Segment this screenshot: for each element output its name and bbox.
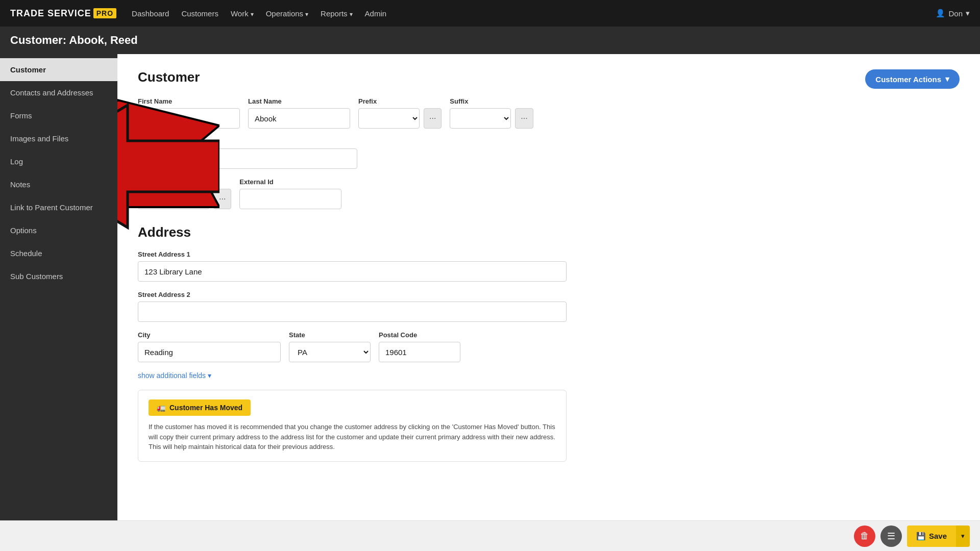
city-group: City [138,331,281,362]
street2-label: Street Address 2 [138,291,567,298]
sidebar-item-notes[interactable]: Notes [0,173,117,196]
truck-icon: 🚛 [157,404,165,412]
street2-input[interactable] [138,302,567,322]
user-icon: 👤 [936,9,945,18]
suffix-more-button[interactable]: ··· [515,108,533,129]
state-select[interactable]: PA [289,342,371,362]
city-state-postal-row: City State PA Postal Code [138,331,960,362]
list-button[interactable]: ☰ [880,525,902,547]
main-layout: Customer Contacts and Addresses Forms Im… [0,54,980,551]
customer-section-title: Customer [138,69,960,85]
company-name-input[interactable] [138,148,357,169]
nav-work[interactable]: Work [231,9,254,18]
logo: TRADE SERVICE PRO [10,8,116,19]
sidebar: Customer Contacts and Addresses Forms Im… [0,54,117,551]
user-name: Don [948,9,963,18]
city-input[interactable] [138,342,281,362]
suffix-select-group: ··· [450,108,533,129]
nav-user[interactable]: 👤 Don ▾ [936,9,970,18]
name-row: First Name Last Name Prefix ··· Suffix [138,97,960,129]
save-label: Save [929,532,947,540]
save-caret-icon: ▾ [961,532,965,540]
sidebar-item-link-parent[interactable]: Link to Parent Customer [0,196,117,219]
prefix-label: Prefix [358,97,442,105]
nav-customers[interactable]: Customers [181,9,218,18]
show-additional-caret-icon: ▾ [208,371,211,380]
sidebar-item-log[interactable]: Log [0,150,117,173]
moved-btn-label: Customer Has Moved [169,404,242,412]
customer-actions-button[interactable]: Customer Actions ▾ [865,69,960,89]
nav-operations-caret [305,9,308,18]
external-id-input[interactable] [239,189,341,209]
street1-group: Street Address 1 [138,251,567,282]
moved-box: 🚛 Customer Has Moved If the customer has… [138,390,567,462]
first-name-label: First Name [138,97,240,105]
suffix-select[interactable] [450,108,511,129]
address-section-title: Address [138,224,960,240]
page-title: Customer: Abook, Reed [10,34,138,46]
nav-admin[interactable]: Admin [365,9,387,18]
extid-row: ··· External Id [138,178,960,209]
postal-label: Postal Code [379,331,460,339]
external-id-label: External Id [239,178,341,186]
city-label: City [138,331,281,339]
suffix-label: Suffix [450,97,533,105]
last-name-group: Last Name [248,97,350,129]
company-group: Company Name [138,138,357,169]
page-title-bar: Customer: Abook, Reed [0,27,980,54]
bottom-toolbar: 🗑 ☰ 💾 Save ▾ [0,520,980,551]
user-caret-icon: ▾ [966,9,970,18]
delete-button[interactable]: 🗑 [854,525,875,547]
moved-description: If the customer has moved it is recommen… [149,422,556,452]
nav-reports-caret [350,9,353,18]
save-group: 💾 Save ▾ [907,525,970,547]
last-name-input[interactable] [248,108,350,129]
nav-operations[interactable]: Operations [266,9,308,18]
nav-work-caret [251,9,254,18]
first-name-input[interactable] [138,108,240,129]
prefix-select-group: ··· [358,108,442,129]
top-nav: TRADE SERVICE PRO Dashboard Customers Wo… [0,0,980,27]
first-name-group: First Name [138,97,240,129]
sidebar-item-images[interactable]: Images and Files [0,127,117,150]
external-id-group: External Id [239,178,341,209]
save-icon: 💾 [916,532,926,541]
address-section: Address Street Address 1 Street Address … [138,224,960,462]
save-dropdown-button[interactable]: ▾ [956,525,970,547]
sidebar-item-schedule[interactable]: Schedule [0,242,117,265]
nav-reports[interactable]: Reports [321,9,353,18]
nav-links: Dashboard Customers Work Operations Repo… [132,9,920,18]
sidebar-item-sub-customers[interactable]: Sub Customers [0,265,117,288]
state-label: State [289,331,371,339]
show-additional-button[interactable]: show additional fields ▾ [138,371,211,380]
delete-icon: 🗑 [860,531,869,541]
prefix-group: Prefix ··· [358,97,442,129]
save-button[interactable]: 💾 Save [907,525,956,547]
nav-dashboard[interactable]: Dashboard [132,9,169,18]
company-name-label: Company Name [138,138,357,145]
logo-text: TRADE SERVICE [10,8,91,19]
postal-input[interactable] [379,342,460,362]
last-name-label: Last Name [248,97,350,105]
prefix-select[interactable] [358,108,420,129]
sidebar-item-forms[interactable]: Forms [0,104,117,127]
company-row: Company Name [138,138,960,169]
customer-actions-label: Customer Actions [875,75,941,84]
type-select[interactable] [138,189,209,209]
suffix-group: Suffix ··· [450,97,533,129]
type-more-button[interactable]: ··· [213,189,231,209]
logo-pro-badge: PRO [93,8,116,18]
street1-label: Street Address 1 [138,251,567,258]
postal-group: Postal Code [379,331,460,362]
type-select-group: ··· [138,189,231,209]
prefix-more-button[interactable]: ··· [424,108,442,129]
list-icon: ☰ [887,531,895,542]
type-group: ··· [138,186,231,209]
customer-has-moved-button[interactable]: 🚛 Customer Has Moved [149,399,251,416]
sidebar-item-options[interactable]: Options [0,219,117,242]
sidebar-item-customer[interactable]: Customer [0,58,117,81]
sidebar-item-contacts[interactable]: Contacts and Addresses [0,81,117,104]
show-additional-label: show additional fields [138,371,206,380]
street1-input[interactable] [138,261,567,282]
main-content: Customer Customer Actions ▾ First Name L… [117,54,980,551]
